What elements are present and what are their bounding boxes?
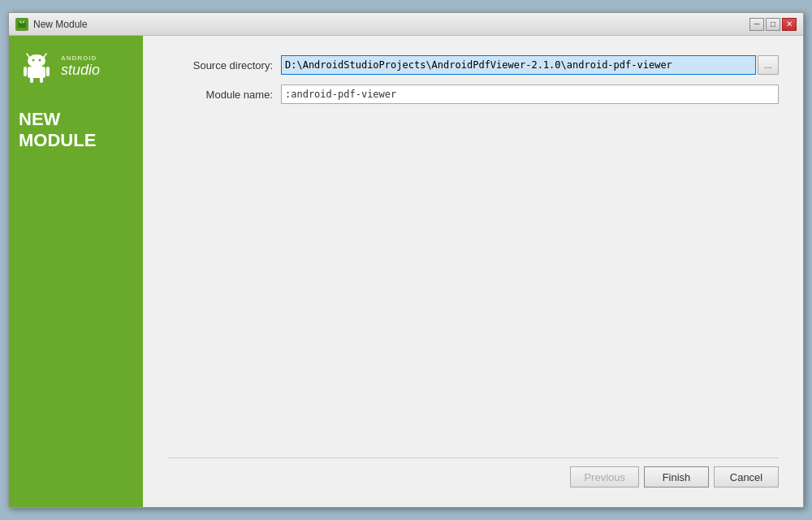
form-area: Source directory: ... Module name: — [167, 55, 779, 457]
window-body: ANDROID studio NEW MODULE Source directo… — [9, 36, 803, 507]
svg-point-8 — [39, 59, 41, 62]
browse-button[interactable]: ... — [758, 55, 779, 75]
source-directory-row: Source directory: ... — [167, 55, 779, 75]
source-directory-input-wrap: ... — [281, 55, 779, 75]
module-name-row: Module name: — [167, 84, 779, 104]
module-name-input[interactable] — [281, 84, 779, 104]
maximize-button[interactable]: □ — [766, 18, 780, 31]
title-bar-icon — [15, 18, 28, 31]
module-name-label: Module name: — [167, 89, 273, 101]
svg-rect-12 — [30, 77, 33, 83]
main-content: Source directory: ... Module name: Previ… — [143, 36, 803, 507]
android-robot-icon — [19, 49, 54, 84]
svg-point-3 — [23, 21, 24, 23]
sidebar-heading: NEW MODULE — [19, 109, 133, 152]
svg-rect-10 — [24, 67, 27, 76]
previous-button[interactable]: Previous — [570, 466, 639, 488]
finish-button[interactable]: Finish — [644, 466, 709, 488]
svg-rect-11 — [46, 67, 50, 76]
heading-line2: MODULE — [19, 130, 133, 151]
svg-point-6 — [28, 54, 45, 67]
cancel-button[interactable]: Cancel — [714, 466, 779, 488]
minimize-button[interactable]: ─ — [749, 18, 764, 31]
title-controls: ─ □ ✕ — [749, 18, 797, 31]
title-bar: New Module ─ □ ✕ — [9, 13, 803, 36]
source-directory-label: Source directory: — [167, 59, 273, 72]
main-window: New Module ─ □ ✕ — [8, 12, 804, 508]
sidebar: ANDROID studio NEW MODULE — [9, 36, 143, 507]
svg-rect-9 — [28, 67, 45, 78]
module-name-input-wrap — [281, 84, 779, 104]
svg-point-2 — [19, 21, 21, 23]
studio-text: ANDROID studio — [61, 55, 100, 79]
logo-area: ANDROID studio — [19, 49, 133, 84]
heading-line1: NEW — [19, 109, 133, 130]
source-directory-input[interactable] — [281, 55, 756, 75]
svg-rect-13 — [40, 77, 43, 83]
button-bar: Previous Finish Cancel — [167, 457, 779, 488]
studio-label: studio — [61, 63, 100, 79]
close-button[interactable]: ✕ — [782, 18, 797, 31]
svg-point-7 — [32, 59, 35, 62]
window-title: New Module — [33, 19, 749, 30]
